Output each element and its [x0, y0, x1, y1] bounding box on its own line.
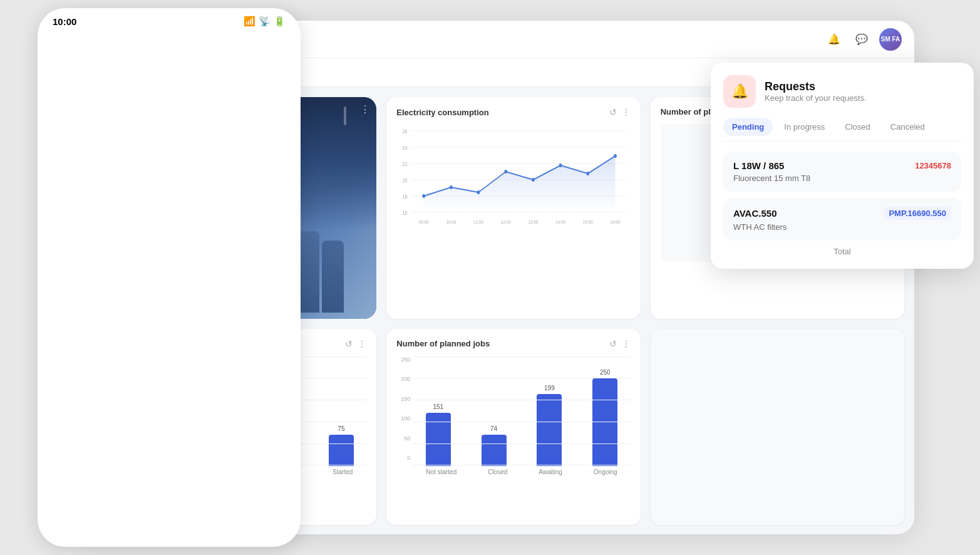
svg-text:12:00: 12:00: [501, 219, 511, 225]
bottom-placeholder: [661, 339, 894, 452]
more-options-icon-pjc[interactable]: ⋮: [622, 339, 631, 349]
nav-actions: 🔔 💬 SM FA: [824, 28, 902, 51]
svg-text:26: 26: [403, 128, 408, 135]
tab-pending[interactable]: Pending: [723, 118, 773, 136]
phone-status-bar: 10:00 📶 📡 🔋: [38, 8, 301, 29]
bell-icon[interactable]: 🔔: [824, 29, 844, 49]
planned-jobs-count-card: Number of planned jobs ↺ ⋮ 250 200 150 1…: [386, 329, 640, 526]
planned-jobs-count-title: Number of planned jobs: [396, 339, 490, 348]
svg-point-13: [450, 185, 453, 189]
svg-point-16: [532, 178, 535, 182]
request-item-1-id: 12345678: [915, 161, 951, 170]
tab-canceled[interactable]: Canceled: [882, 118, 934, 136]
refresh-icon-pj[interactable]: ↺: [345, 339, 353, 349]
requests-tabs: Pending In progress Closed Canceled: [723, 118, 961, 142]
planned-jobs-count-bars: 151 74 199: [413, 356, 630, 466]
planned-jobs-count-chart-wrapper: 250 200 150 100 50 0: [396, 356, 630, 475]
planned-jobs-count-bars-area: 151 74 199: [413, 356, 630, 475]
requests-icon: 🔔: [723, 75, 756, 108]
svg-text:22: 22: [403, 161, 408, 167]
svg-point-12: [423, 194, 426, 198]
svg-text:15:00: 15:00: [583, 219, 593, 225]
electricity-title: Electricity consumption: [396, 108, 488, 117]
tab-inprogress[interactable]: In progress: [775, 118, 833, 136]
chat-icon[interactable]: 💬: [852, 29, 872, 49]
tab-closed[interactable]: Closed: [836, 118, 879, 136]
svg-point-15: [505, 170, 508, 174]
requests-title: Requests: [765, 80, 867, 93]
bar-ongoing: 250: [580, 369, 631, 466]
more-options-icon-pj[interactable]: ⋮: [358, 339, 366, 349]
wifi-icon: 📡: [259, 16, 271, 27]
bar-notstarted: 151: [413, 403, 463, 466]
number-planned-bottom-card: [651, 329, 904, 526]
svg-point-14: [477, 190, 480, 194]
requests-header: 🔔 Requests Keep track of your requests.: [723, 75, 961, 108]
bar-awaiting: 199: [524, 385, 575, 466]
svg-point-18: [587, 172, 590, 175]
more-options-icon[interactable]: ⋮: [622, 107, 631, 117]
planned-jobs-actions: ↺ ⋮: [345, 339, 366, 349]
status-icons: 📶 📡 🔋: [244, 16, 286, 27]
refresh-icon-pjc[interactable]: ↺: [609, 339, 617, 349]
bar-awaiting-bar: [537, 394, 562, 466]
line-chart-container: 26 24 22 20 18 16: [396, 125, 630, 237]
phone-frame: 10:00 📶 📡 🔋: [38, 8, 301, 547]
svg-point-19: [614, 154, 617, 158]
svg-text:14:00: 14:00: [556, 219, 566, 225]
bar-closed-count-bar: [482, 435, 507, 466]
more-icon[interactable]: ⋮: [360, 104, 370, 115]
electricity-actions: ↺ ⋮: [609, 107, 631, 117]
request-item-1-code: L 18W / 865: [733, 160, 784, 171]
requests-text: Requests Keep track of your requests.: [765, 80, 867, 103]
y-axis-labels-count: 250 200 150 100 50 0: [396, 356, 410, 475]
electricity-card: Electricity consumption ↺ ⋮: [386, 97, 640, 319]
request-item-2-code: AVAC.550: [733, 208, 776, 219]
planned-jobs-count-header: Number of planned jobs ↺ ⋮: [396, 339, 630, 349]
refresh-icon[interactable]: ↺: [609, 107, 617, 117]
request-item-1-header: L 18W / 865 12345678: [733, 160, 951, 171]
request-item-2-header: AVAC.550 PMP.16690.550: [733, 207, 951, 220]
requests-total[interactable]: Total: [723, 247, 961, 256]
planned-jobs-count-actions: ↺ ⋮: [609, 339, 631, 349]
bar-ongoing-bar: [592, 378, 617, 466]
signal-icon: 📶: [244, 16, 255, 27]
request-item-1-desc: Fluorecent 15 mm T8: [733, 174, 951, 183]
bar-started-bar: [329, 435, 354, 466]
electricity-header: Electricity consumption ↺ ⋮: [396, 107, 630, 117]
request-item-1[interactable]: L 18W / 865 12345678 Fluorecent 15 mm T8: [723, 152, 961, 192]
avatar[interactable]: SM FA: [879, 28, 902, 51]
svg-text:13:00: 13:00: [529, 219, 539, 225]
request-item-2-desc: WTH AC filters: [733, 222, 951, 232]
bar-closed-count: 74: [468, 425, 519, 466]
svg-text:09:00: 09:00: [419, 219, 429, 225]
svg-text:20: 20: [403, 177, 408, 184]
bar-started: 75: [316, 425, 366, 466]
svg-text:11:00: 11:00: [473, 219, 483, 225]
line-chart-svg: 26 24 22 20 18 16: [396, 125, 630, 225]
svg-point-17: [559, 163, 562, 167]
planned-jobs-count-labels: Not started Closed Awaiting Ongoing: [413, 466, 630, 475]
request-item-2-id: PMP.16690.550: [884, 207, 951, 220]
requests-panel: 🔔 Requests Keep track of your requests. …: [711, 63, 974, 269]
requests-subtitle: Keep track of your requests.: [765, 93, 867, 103]
bar-notstarted-bar: [426, 413, 451, 466]
request-item-2[interactable]: AVAC.550 PMP.16690.550 WTH AC filters: [723, 198, 961, 241]
svg-text:16:00: 16:00: [611, 219, 621, 225]
svg-text:16: 16: [403, 210, 408, 216]
svg-text:24: 24: [403, 145, 408, 151]
svg-text:18: 18: [403, 194, 408, 200]
phone-time: 10:00: [53, 16, 76, 27]
battery-icon: 🔋: [274, 16, 286, 27]
svg-text:10:00: 10:00: [446, 219, 456, 225]
